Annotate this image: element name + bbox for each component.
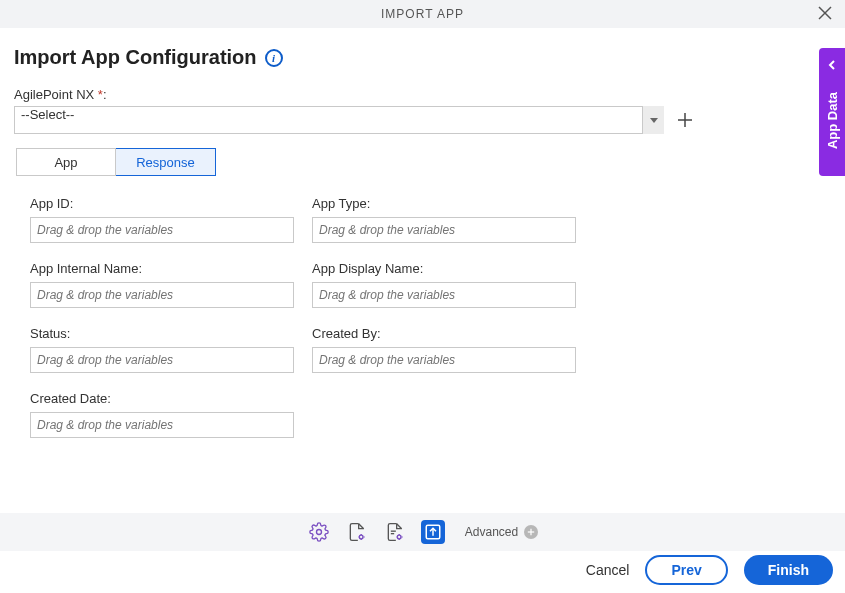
input-app-internal[interactable] — [30, 282, 294, 308]
label-created-date: Created Date: — [30, 391, 294, 406]
plus-icon — [677, 112, 693, 128]
file-settings-button-2[interactable] — [383, 520, 407, 544]
footer-toolbar: Advanced — [0, 513, 845, 551]
add-button[interactable] — [676, 111, 694, 129]
label-app-internal: App Internal Name: — [30, 261, 294, 276]
page-title-row: Import App Configuration i — [14, 46, 831, 69]
file-gear-icon — [347, 522, 367, 542]
agilepoint-colon: : — [103, 87, 107, 102]
input-created-by[interactable] — [312, 347, 576, 373]
finish-button[interactable]: Finish — [744, 555, 833, 585]
settings-button[interactable] — [307, 520, 331, 544]
dialog-header: IMPORT APP — [0, 0, 845, 28]
agilepoint-select-value: --Select-- — [14, 106, 664, 134]
advanced-label: Advanced — [465, 525, 518, 539]
upload-icon — [424, 523, 442, 541]
cancel-button[interactable]: Cancel — [586, 562, 630, 578]
label-app-id: App ID: — [30, 196, 294, 211]
file-list-gear-icon — [385, 522, 405, 542]
label-app-type: App Type: — [312, 196, 576, 211]
input-app-id[interactable] — [30, 217, 294, 243]
label-status: Status: — [30, 326, 294, 341]
action-buttons: Cancel Prev Finish — [586, 555, 833, 585]
response-form: App ID: App Type: App Internal Name: App… — [30, 196, 831, 438]
dialog-title: IMPORT APP — [381, 7, 464, 21]
tab-app[interactable]: App — [16, 148, 116, 176]
chevron-left-icon — [827, 56, 837, 74]
agilepoint-label: AgilePoint NX *: — [14, 87, 831, 102]
svg-point-5 — [316, 530, 321, 535]
side-panel-label: App Data — [825, 92, 840, 149]
input-status[interactable] — [30, 347, 294, 373]
tab-response[interactable]: Response — [116, 148, 216, 176]
label-app-display: App Display Name: — [312, 261, 576, 276]
agilepoint-select[interactable]: --Select-- — [14, 106, 664, 134]
plus-circle-icon — [524, 525, 538, 539]
prev-button[interactable]: Prev — [645, 555, 727, 585]
close-button[interactable] — [815, 3, 835, 23]
gear-icon — [309, 522, 329, 542]
file-settings-button-1[interactable] — [345, 520, 369, 544]
label-created-by: Created By: — [312, 326, 576, 341]
tabs: App Response — [16, 148, 831, 176]
upload-button[interactable] — [421, 520, 445, 544]
close-icon — [818, 6, 832, 20]
input-app-type[interactable] — [312, 217, 576, 243]
info-icon[interactable]: i — [265, 49, 283, 67]
advanced-toggle[interactable]: Advanced — [465, 525, 538, 539]
agilepoint-label-text: AgilePoint NX — [14, 87, 98, 102]
page-title: Import App Configuration — [14, 46, 257, 69]
input-created-date[interactable] — [30, 412, 294, 438]
input-app-display[interactable] — [312, 282, 576, 308]
side-panel-app-data[interactable]: App Data — [819, 48, 845, 176]
